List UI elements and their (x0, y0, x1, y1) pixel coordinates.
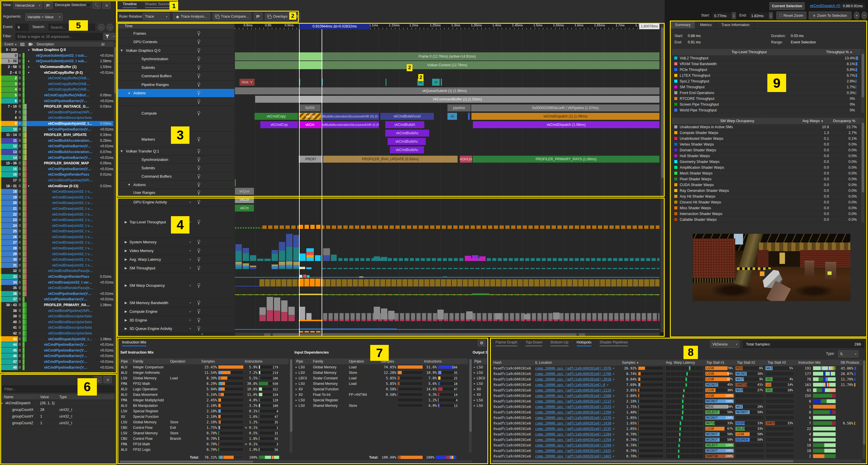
expander-icon[interactable]: ▸ (473, 366, 477, 369)
occupancy-row[interactable]: Geometry Shader Warps 0.0 0.0% (672, 159, 861, 165)
event-row[interactable]: 33 0 vkCmdBeginRenderPass 0.01ms (0, 274, 113, 280)
event-row[interactable]: 11 - 14 0 PROFILER_BVH_UPDATE 0.33ms (0, 132, 113, 138)
timeline-row-label[interactable]: ▼ Vulkan Graphics Q:0 (117, 46, 234, 55)
current-selection-link[interactable]: vkCmdDispatch (0) (810, 4, 840, 8)
expander-icon[interactable]: ▸ (473, 387, 477, 390)
input-deps-scrollbar[interactable] (469, 358, 472, 453)
event-row[interactable]: 46 0 vkCmdPipelineBarrier(V… <0.01ms (0, 353, 113, 359)
timeline-event-bar[interactable]: vkCmdCop (260, 121, 298, 128)
timeline-event-bar[interactable]: vkCmdBuildAccelerationStructuresKHR (0.2… (322, 121, 379, 128)
event-vertical-scrollbar[interactable] (113, 42, 117, 372)
timeline-row-label[interactable]: ▶ 3D Engine ▿ (117, 316, 234, 325)
expand-icon[interactable]: ▶ (125, 220, 127, 224)
arguments-dropdown[interactable]: Variable + Value▾ (26, 13, 62, 21)
event-description[interactable]: vkCmdDraw(uint32_t v… (31, 246, 100, 250)
self-mix-row[interactable]: ALU FP32 Logic 0.70% 1.9% 56 (119, 447, 289, 452)
selection-start-line[interactable] (299, 23, 300, 337)
il-location-cell[interactable]: comp.10000.spv (adfc1a9c600281e6):1394 ↗ (535, 443, 622, 447)
hotspot-row[interactable]: 0xadfc1a9c600281e6 comp.10000.spv (adfc1… (492, 393, 862, 399)
il-location-cell[interactable]: comp.10000.spv (adfc1a9c600281e6):2018 ↗ (535, 377, 622, 381)
occupancy-row[interactable]: Mesh Shader Warps 0.0 0.0% (672, 170, 861, 176)
hotspot-row[interactable]: 0xadfc1a9c600281e6 comp.10000.spv (adfc1… (492, 454, 862, 459)
timeline-vertical-scrollbar[interactable] (660, 23, 664, 332)
timeline-event-bar[interactable]: vk (447, 113, 457, 120)
self-mix-row[interactable]: FMA FP16 Math 0.70% < 0.1% 3 (119, 441, 289, 447)
event-description[interactable]: vkCmdPipelineBarrier(V… (31, 297, 100, 301)
il-location-cell[interactable]: comp.10000.spv (adfc1a9c600281e6):1463 ↗ (535, 454, 622, 458)
selection-end-line[interactable] (322, 23, 322, 337)
pin-icon[interactable] (197, 191, 200, 195)
event-row[interactable]: 23 0 vkCmdDraw(uint32_t v… (0, 217, 113, 223)
timeline-event-bar[interactable]: vkCmdBuildA (385, 121, 424, 128)
self-mix-row[interactable]: ALU Integer Comparison 23.43% 5.9% 179 (119, 364, 289, 370)
timeline-event-bar[interactable]: vkCmdCopy (254, 113, 298, 120)
expand-icon[interactable]: ▶ (125, 266, 127, 270)
event-description[interactable]: vkCmdDraw(uint32_t v… (31, 252, 100, 256)
zoom-to-selection-button[interactable]: ⧈Zoom To Selection (809, 11, 851, 19)
event-description[interactable]: vkCmdDraw(uint32_t v… (31, 258, 100, 262)
input-deps-row[interactable]: ▸ LDCU Scalar Constant Load 5.85% 7.8% 2… (294, 375, 468, 381)
hotspots-tab[interactable]: Bottom-Up (547, 339, 572, 347)
argument-row[interactable]: ▾vkCmdDispatch {28, 1, 1} (2, 400, 115, 407)
name-column-header[interactable]: Name (2, 395, 38, 399)
occupancy-scrollbar[interactable] (861, 118, 865, 223)
event-row[interactable]: 0 0 vkQueueSubmit(uint32_t sub… <0.01ms (0, 53, 113, 59)
event-description[interactable]: vkCmdPipelineBarrier(V… (31, 292, 100, 296)
collapse-icon[interactable]: ▼ (128, 91, 132, 95)
search-prev-button[interactable]: ← (98, 24, 105, 31)
collapse-icon[interactable]: ▼ (128, 183, 132, 186)
hotspot-row[interactable]: 0xadfc1a9c600281e6 comp.10000.spv (adfc1… (492, 371, 862, 376)
view-tab[interactable]: Shader Source (142, 1, 174, 9)
zoom-end-input[interactable]: 1.82ms (749, 12, 768, 19)
timeline-event-bar[interactable]: Frame 0 (12.76ms) (active=14.91ms) (235, 52, 659, 60)
pin-icon[interactable] (197, 99, 200, 104)
il-location-cell[interactable]: comp.10000.spv (adfc1a9c600281e6):1350 ↗ (535, 438, 622, 442)
hotspots-header[interactable]: Hash IL Location Samples ▼ Avg. Warp Lat… (492, 360, 862, 366)
event-row[interactable]: 37 0 vkCmdPipelineBarrier(V… <0.01ms (0, 297, 113, 302)
occupancy-row[interactable]: Intersection Shader Warps 0.0 0.0% (672, 211, 861, 217)
event-row[interactable]: 17 0 vkCmdBindPipeline(VkPi… (0, 178, 113, 183)
timeline-event-bar[interactable]: vkQueueSubmit (1) (1.56ms) (235, 87, 659, 94)
pin-icon[interactable] (197, 57, 200, 61)
hotspot-row[interactable]: 0xadfc1a9c600281e6 comp.10000.spv (adfc1… (492, 376, 862, 382)
self-mix-row[interactable]: FMA FP32 Math 6.29% 30.8% 930 (119, 381, 289, 386)
throughput-row[interactable]: RTCORE Throughput 0% (672, 96, 861, 101)
il-location-cell[interactable]: comp.10000.spv (adfc1a9c600281e6):1376 ↗ (535, 416, 622, 420)
argument-row[interactable]: groupCountY 1 uint32_t (2, 413, 115, 420)
timeline-event-bar[interactable]: vkCmdBuildAc (390, 146, 424, 153)
row-options-icon[interactable]: ▿ (189, 258, 191, 261)
il-location-cell[interactable]: comp.10000.spv (adfc1a9c600281e6):1284 ↗ (535, 432, 622, 436)
event-row[interactable]: 8 0 vkCmdBindDescriptorSets (0, 115, 113, 121)
pin-icon[interactable] (197, 74, 200, 78)
expander-icon[interactable]: ▸ (294, 387, 299, 390)
event-row[interactable]: 41 0 vkCmdBindDescriptorSets (0, 325, 113, 331)
event-row[interactable]: 34 0 vkCmdDraw(uint32_t ver… <0.01ms (0, 280, 113, 285)
event-row[interactable]: 2 0 vkCmdCopyBuffer(VkB… (0, 76, 113, 81)
timeline-ruler[interactable]: 0.8ms0.850.9ms0.95ms1ms1.05ms1.1ms1.15ms… (235, 23, 659, 29)
restore-panel-button[interactable]: ⇲ (102, 2, 111, 9)
event-row[interactable]: 29 0 vkCmdDraw(uint32_t v… (0, 251, 113, 257)
timeline-row-label[interactable]: ▼ Actions (117, 89, 234, 97)
hotspot-row[interactable]: 0xadfc1a9c600281e6 comp.10000.spv (adfc1… (492, 382, 862, 387)
event-description[interactable]: vkCmdBuildAcceleration… (31, 139, 100, 143)
expander-icon[interactable]: ▾ (27, 48, 31, 52)
occupancy-row[interactable]: Any Hit Shader Warps 0.0 0.0% (672, 194, 861, 199)
event-description[interactable]: vkCmdPipelineBarrier(V… (31, 167, 100, 171)
output-row[interactable]: ▸ LSU (473, 370, 487, 375)
pin-icon[interactable] (197, 182, 200, 187)
timeline-row-label[interactable]: ▶ SM Throughput ▿ (117, 264, 234, 272)
timeline-event-bar[interactable]: vkCmdBuildAccelerationStructuresKHR (0) … (322, 113, 379, 120)
expand-icon[interactable]: ▶ (125, 258, 127, 261)
expander-icon[interactable]: ▸ (294, 376, 299, 380)
timeline-event-bar[interactable]: VkCommandBuffer (1) (1.53ms) (255, 96, 659, 103)
event-row[interactable]: 2 - 58 0 ▾ VkCommandBuffer (1) 1.53ms (0, 64, 113, 70)
throughput-row[interactable]: PCIe Throughput 5.8% (672, 67, 861, 72)
event-description[interactable]: vkCmdDraw(uint32_t v… (31, 240, 100, 244)
summary-tab[interactable]: Metrics (695, 21, 716, 29)
event-row[interactable]: 13 0 vkCmdBuildAcceleration… 0.07ms (0, 149, 113, 155)
expander-icon[interactable]: ▾ (27, 60, 31, 63)
event-description[interactable]: PROFILER_SHADOW_MAP (31, 161, 100, 165)
self-mix-row[interactable]: ALU Integer Arithmetic 11.54% 7.2% 219 (119, 370, 289, 375)
timeline-row-label[interactable]: Frames (117, 29, 234, 38)
search-input[interactable]: Search... (49, 24, 95, 31)
